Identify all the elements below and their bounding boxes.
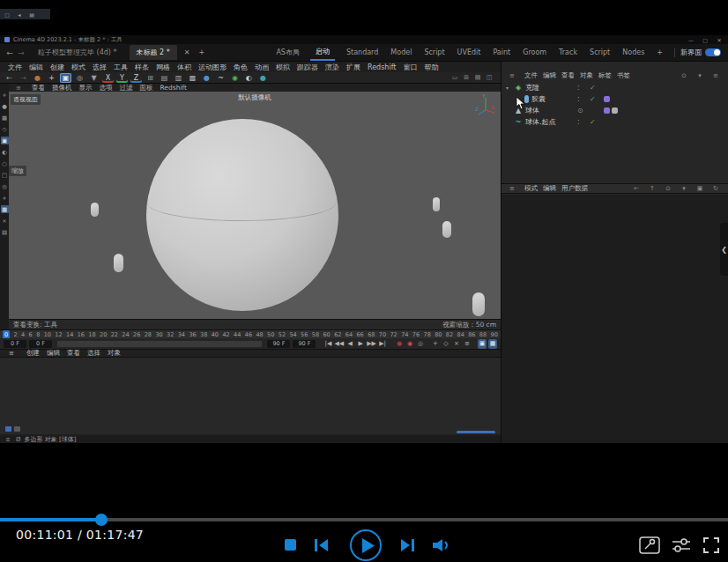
lock-z-icon[interactable]: Z — [130, 73, 142, 83]
move-icon[interactable]: + — [46, 73, 57, 83]
document-tab[interactable]: 粒子模型整理完毕 (4d) * — [31, 45, 124, 60]
back-icon[interactable]: ← — [629, 184, 643, 194]
menu-item[interactable]: 窗口 — [399, 63, 420, 72]
grid-icon[interactable]: ▤ — [27, 11, 36, 18]
capsule-object[interactable] — [114, 254, 123, 272]
viewport-menu-item[interactable]: 过滤 — [116, 84, 137, 92]
redo-icon[interactable]: → — [18, 73, 29, 83]
layout-c-icon[interactable]: ▤ — [473, 73, 482, 83]
left-toolbar-icon[interactable]: ◇ — [1, 125, 9, 133]
document-tab-active[interactable]: 未标题 2 * — [130, 45, 177, 60]
panel-menu-icon[interactable]: ≡ — [505, 71, 519, 81]
speaker-icon[interactable]: ◂ — [15, 11, 24, 18]
visibility-dots[interactable]: ⊙ — [577, 107, 583, 115]
add-tab-icon[interactable]: + — [197, 48, 206, 56]
layout-tab[interactable]: Standard — [340, 48, 384, 56]
lock-y-icon[interactable]: Y — [116, 73, 128, 83]
undo-redo-group[interactable]: ←→ — [5, 48, 26, 57]
layout-tab[interactable]: + — [650, 48, 669, 56]
keyframe-selection-icon[interactable]: ◎ — [416, 339, 425, 349]
material-icon[interactable]: ◐ — [243, 73, 255, 83]
visibility-dots[interactable]: : — [577, 95, 580, 103]
range-end-field[interactable]: 90 F — [267, 340, 290, 348]
next-button[interactable] — [399, 538, 415, 552]
left-toolbar-icon[interactable]: ▦ — [1, 205, 9, 213]
left-toolbar-icon[interactable]: × — [1, 217, 9, 225]
layout-a-icon[interactable]: ▭ — [450, 73, 459, 83]
material-manager-area[interactable] — [0, 357, 501, 434]
object-manager-menu-item[interactable]: 查看 — [559, 71, 577, 80]
expand-toggle-icon[interactable]: ▾ — [506, 85, 511, 91]
left-toolbar-icon[interactable]: ◐ — [1, 148, 9, 156]
object-tree-row[interactable]: ~球体.起点:✓ — [501, 116, 728, 128]
timeline-ruler[interactable]: 0246810121416182022242628303234363840424… — [0, 329, 501, 338]
minimize-icon[interactable]: — — [687, 35, 695, 45]
window-icon[interactable]: ▢ — [3, 11, 11, 18]
object-label[interactable]: 球体 — [525, 106, 539, 115]
close-tab-icon[interactable]: ✕ — [182, 48, 192, 56]
minimal-interface-icon[interactable]: ▣ — [478, 339, 487, 349]
menu-item[interactable]: 工具 — [110, 63, 131, 72]
panel-menu-icon[interactable]: ≡ — [505, 184, 519, 194]
enabled-check-icon[interactable]: ✓ — [590, 95, 596, 103]
menu-item[interactable]: 创建 — [47, 63, 68, 72]
menu-item[interactable]: 文件 — [4, 63, 26, 72]
prev-key-icon[interactable]: ◀◀ — [334, 339, 344, 349]
menu-item[interactable]: 渲染 — [322, 63, 343, 72]
object-label[interactable]: 胶囊 — [531, 94, 546, 104]
add-key-icon[interactable]: + — [431, 339, 440, 349]
enabled-check-icon[interactable]: ✓ — [590, 84, 596, 92]
menu-item[interactable]: 跟踪器 — [293, 63, 322, 72]
menu-item[interactable]: 帮助 — [420, 63, 442, 72]
undo-icon[interactable]: ← — [5, 48, 14, 57]
capture-tool-button[interactable] — [639, 536, 660, 554]
fullscreen-button[interactable] — [702, 536, 721, 555]
progress-handle[interactable] — [95, 514, 108, 526]
layout-tab[interactable]: UVEdit — [451, 48, 487, 56]
end-frame-field[interactable]: 90 F — [293, 340, 316, 348]
attribute-manager-tools[interactable]: ←↑⊙▾▣↻ — [627, 184, 725, 194]
menu-item[interactable]: 角色 — [230, 63, 251, 72]
up-icon[interactable]: ↑ — [645, 184, 659, 194]
tag-icon[interactable] — [604, 96, 610, 102]
viewport-menu-item[interactable]: 显示 — [76, 84, 96, 92]
mograph-icon[interactable]: ◉ — [229, 73, 241, 83]
prev-frame-icon[interactable]: ◀ — [345, 339, 354, 349]
search-icon[interactable]: ⊙ — [661, 184, 675, 194]
capsule-object[interactable] — [442, 221, 451, 238]
current-frame-field[interactable]: 0 F — [29, 340, 52, 348]
object-manager-tools[interactable]: ⊙▾≡ — [674, 71, 725, 81]
viewport-menu-item[interactable]: Redshift — [157, 84, 190, 92]
menu-item[interactable]: 体积 — [174, 63, 195, 72]
object-manager-menu-item[interactable]: 书签 — [614, 71, 633, 80]
left-toolbar-icon[interactable]: + — [1, 194, 9, 202]
horizontal-scrollbar[interactable] — [457, 431, 495, 433]
left-toolbar-icon[interactable]: ▤ — [1, 228, 9, 236]
layout-tab[interactable]: Model — [384, 48, 418, 56]
layout-tab[interactable]: Nodes — [616, 48, 650, 56]
simulate-icon[interactable]: ● — [257, 73, 269, 83]
menu-item[interactable]: 选择 — [89, 63, 110, 72]
magnet-icon[interactable]: ◇ — [442, 339, 450, 349]
rotate-icon[interactable]: ◎ — [74, 73, 85, 83]
capsule-object[interactable] — [433, 197, 440, 211]
previous-button[interactable] — [314, 538, 330, 552]
menu-item[interactable]: 模式 — [68, 63, 89, 72]
viewport-menu-item[interactable]: 面板 — [137, 84, 157, 92]
object-label[interactable]: 克隆 — [525, 83, 539, 92]
menu-item[interactable]: 样条 — [131, 63, 152, 72]
layout-tab[interactable]: Paint — [487, 48, 516, 56]
last-tool-icon[interactable]: ▼ — [88, 73, 100, 83]
viewport-menu-item[interactable]: 选项 — [96, 84, 116, 92]
lock-icon[interactable]: ▣ — [693, 184, 707, 194]
play-forward-icon[interactable]: ▶ — [356, 339, 365, 349]
preview-range-slider[interactable] — [57, 341, 262, 347]
left-toolbar-icon[interactable]: ▣ — [1, 137, 9, 144]
panel-collapse-handle[interactable]: ❮ — [720, 223, 728, 276]
playback-settings-button[interactable] — [671, 537, 692, 553]
spline-pen-icon[interactable]: ~ — [215, 73, 227, 83]
layout-d-icon[interactable]: ◫ — [485, 73, 494, 83]
viewport-layout-icons[interactable]: ▭⊞▤◫ — [450, 73, 494, 83]
material-thumb[interactable] — [5, 426, 11, 432]
window-controls[interactable]: —▢✕ — [687, 35, 724, 45]
